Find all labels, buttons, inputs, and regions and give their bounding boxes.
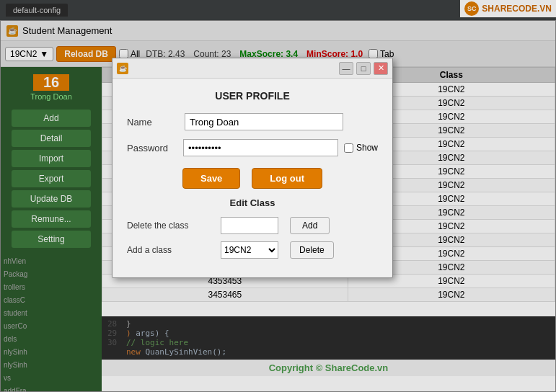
delete-class-input[interactable] (221, 217, 278, 234)
name-label: Name (127, 117, 185, 128)
action-buttons: Save Log out (127, 168, 378, 189)
logout-button[interactable]: Log out (252, 168, 322, 189)
edit-class-heading: Edit Class (127, 197, 378, 208)
close-button[interactable]: ✕ (374, 62, 388, 75)
password-row: Password Show (127, 139, 378, 156)
maximize-button[interactable]: □ (356, 62, 371, 75)
add-class-btn[interactable]: Add (290, 217, 330, 234)
dialog-window-icon: ☕ (117, 63, 128, 74)
dialog-controls: — □ ✕ (339, 62, 388, 75)
delete-class-label: Delete the class (127, 220, 221, 231)
password-label: Password (127, 143, 183, 153)
name-row: Name (127, 113, 378, 130)
save-button[interactable]: Save (182, 168, 240, 189)
dialog-heading: USER PROFILE (127, 90, 378, 102)
dialog-body: USER PROFILE Name Password Show Save Log… (112, 79, 392, 277)
dialog-title-icons: ☕ (117, 63, 128, 74)
delete-class-btn[interactable]: Delete (290, 241, 334, 259)
show-label: Show (356, 143, 378, 153)
show-checkbox-container: Show (344, 143, 378, 153)
dialog-title-bar: ☕ — □ ✕ (112, 58, 392, 79)
add-class-label: Add a class (127, 245, 221, 255)
delete-class-row: Delete the class Add (127, 217, 378, 234)
add-class-dropdown[interactable]: 19CN2 (221, 241, 278, 259)
password-input[interactable] (183, 139, 338, 156)
show-checkbox[interactable] (344, 143, 353, 153)
name-input[interactable] (185, 113, 343, 130)
add-class-row: Add a class 19CN2 Delete (127, 241, 378, 259)
minimize-button[interactable]: — (339, 62, 353, 75)
modal-overlay: ☕ — □ ✕ USER PROFILE Name Password (0, 0, 556, 392)
user-profile-dialog: ☕ — □ ✕ USER PROFILE Name Password (112, 58, 393, 278)
